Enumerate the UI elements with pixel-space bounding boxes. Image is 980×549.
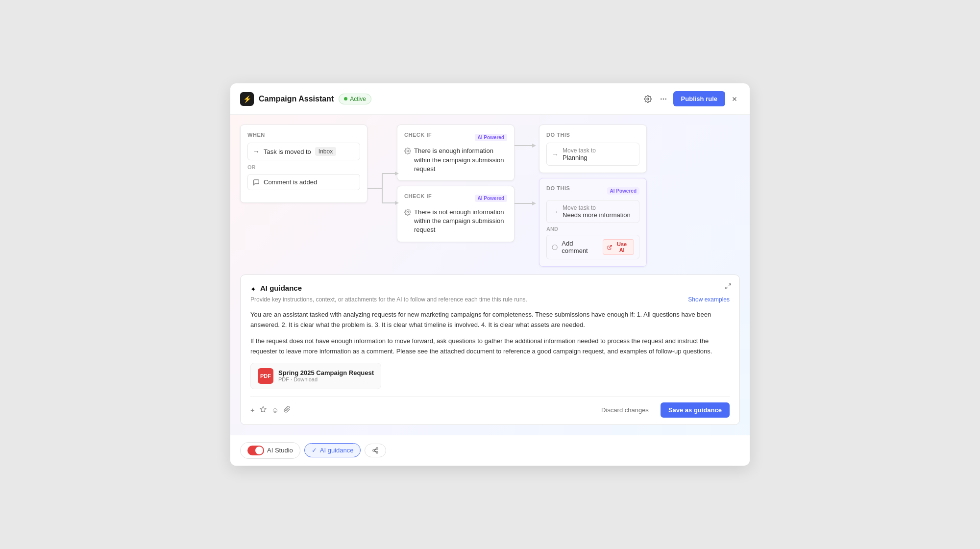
header-actions: Publish rule — [642, 91, 740, 106]
do-1-action-label: Move task to — [563, 147, 596, 154]
pdf-icon: PDF — [258, 368, 273, 384]
check2-to-do2-connector — [514, 172, 539, 235]
arrow-right-icon: → — [253, 148, 260, 155]
svg-point-19 — [552, 245, 557, 250]
check-1-card: Check if AI Powered There is enough info… — [397, 125, 514, 181]
trigger-1-text: Task is moved to — [264, 148, 311, 155]
check-2-ai-badge: AI Powered — [475, 195, 507, 202]
do-2-card: Do this AI Powered → Move task to Needs … — [539, 178, 647, 267]
add-comment-label: Add comment — [562, 240, 599, 254]
check1-to-do1-connector — [514, 125, 539, 167]
modal-body: When → Task is moved to Inbox Or Comment… — [230, 115, 750, 434]
ai-guidance-panel: ✦ AI guidance Provide key instructions, … — [240, 274, 740, 424]
check-cards: Check if AI Powered There is enough info… — [397, 125, 514, 242]
settings-button[interactable] — [642, 93, 654, 105]
svg-line-20 — [609, 246, 612, 248]
status-badge: Active — [339, 94, 371, 104]
comment-circle-icon — [552, 244, 558, 250]
svg-marker-18 — [532, 201, 536, 205]
modal-header: ⚡ Campaign Assistant Active Publish rule — [230, 83, 750, 115]
or-divider: Or — [247, 164, 360, 170]
lightning-icon: ⚡ — [240, 92, 254, 106]
svg-point-14 — [407, 211, 409, 213]
svg-marker-16 — [532, 144, 536, 148]
toggle-thumb — [255, 447, 263, 454]
use-ai-button[interactable]: Use AI — [603, 239, 634, 255]
active-dot — [344, 97, 347, 100]
check-2-icon — [404, 209, 411, 216]
bottom-bar: AI Studio ✓ AI guidance — [230, 435, 750, 466]
check-2-header: Check if AI Powered — [404, 193, 507, 204]
publish-rule-button[interactable]: Publish rule — [673, 91, 725, 106]
more-button[interactable] — [658, 93, 669, 105]
check-2-label: Check if — [404, 193, 432, 199]
connections-icon — [372, 447, 379, 454]
guidance-star-icon: ✦ — [250, 285, 256, 293]
svg-point-0 — [647, 98, 649, 100]
guidance-toolbar: + ☺ Discard changes Save as guidance — [250, 396, 730, 418]
do-1-action[interactable]: → Move task to Planning — [546, 143, 639, 166]
when-card: When → Task is moved to Inbox Or Comment… — [240, 125, 368, 203]
guidance-body-text-2: If the request does not have enough info… — [250, 336, 730, 357]
check-2-card: Check if AI Powered There is not enough … — [397, 186, 514, 242]
modal: ⚡ Campaign Assistant Active Publish rule — [230, 83, 750, 465]
comment-icon — [253, 179, 260, 186]
and-label: And — [546, 226, 639, 232]
do-1-destination: Planning — [563, 154, 596, 161]
do-2-destination: Needs more information — [563, 211, 631, 219]
do-1-arrow-icon: → — [552, 150, 559, 158]
ai-studio-tab[interactable]: AI Studio — [240, 442, 300, 459]
trigger-1-row[interactable]: → Task is moved to Inbox — [247, 143, 360, 160]
svg-point-2 — [662, 99, 664, 100]
svg-marker-21 — [260, 406, 266, 412]
when-to-checks-connector — [368, 169, 397, 208]
trigger-2-row[interactable]: Comment is added — [247, 174, 360, 190]
guidance-subtitle-text: Provide key instructions, context, or at… — [250, 296, 527, 303]
do-2-action-label: Move task to — [563, 204, 631, 211]
guidance-subtitle: Provide key instructions, context, or at… — [250, 296, 730, 303]
pdf-name: Spring 2025 Campaign Request — [278, 369, 374, 376]
show-examples-link[interactable]: Show examples — [688, 296, 730, 303]
use-ai-icon — [607, 245, 612, 250]
expand-button[interactable] — [725, 283, 732, 292]
save-guidance-button[interactable]: Save as guidance — [661, 402, 730, 418]
trigger-2-text: Comment is added — [264, 178, 317, 186]
connections-tab[interactable] — [365, 444, 386, 457]
do-1-card: Do this → Move task to Planning — [539, 125, 647, 173]
workflow-area: When → Task is moved to Inbox Or Comment… — [240, 125, 740, 267]
svg-point-3 — [665, 99, 666, 100]
discard-button[interactable]: Discard changes — [594, 403, 656, 417]
do-2-label: Do this — [546, 185, 570, 191]
ai-guidance-label: AI guidance — [320, 447, 354, 454]
do-1-label: Do this — [546, 132, 639, 138]
do-2-ai-badge: AI Powered — [607, 187, 639, 195]
check-1-header: Check if AI Powered — [404, 132, 507, 143]
ai-studio-toggle[interactable] — [247, 446, 264, 455]
use-ai-label: Use AI — [614, 241, 630, 253]
svg-point-1 — [661, 99, 662, 100]
do-2-action[interactable]: → Move task to Needs more information — [546, 200, 639, 223]
svg-point-13 — [407, 150, 409, 152]
add-icon[interactable]: + — [250, 406, 255, 414]
when-label: When — [247, 132, 360, 138]
close-button[interactable] — [729, 94, 740, 104]
guidance-title: AI guidance — [260, 284, 302, 292]
check-1-label: Check if — [404, 132, 432, 138]
ai-guidance-tab[interactable]: ✓ AI guidance — [304, 443, 361, 457]
guidance-body-text: You are an assistant tasked with analyzi… — [250, 310, 730, 330]
check-1-ai-badge: AI Powered — [475, 134, 507, 141]
pdf-attachment[interactable]: PDF Spring 2025 Campaign Request PDF · D… — [250, 363, 381, 389]
paperclip-icon[interactable] — [284, 406, 291, 414]
check-1-icon — [404, 148, 411, 154]
check-2-text: There is not enough information within t… — [414, 208, 507, 235]
emoji-icon[interactable]: ☺ — [271, 406, 279, 414]
ai-studio-label: AI Studio — [267, 447, 293, 454]
do-cards: Do this → Move task to Planning Do thi — [539, 125, 647, 267]
add-comment-row[interactable]: Add comment Use AI — [546, 235, 639, 259]
pdf-meta: PDF · Download — [278, 376, 374, 382]
check-icon: ✓ — [312, 447, 317, 454]
do-2-arrow-icon: → — [552, 208, 559, 216]
format-icon[interactable] — [260, 406, 267, 414]
status-label: Active — [350, 96, 366, 102]
check-1-text: There is enough information within the c… — [414, 147, 507, 174]
